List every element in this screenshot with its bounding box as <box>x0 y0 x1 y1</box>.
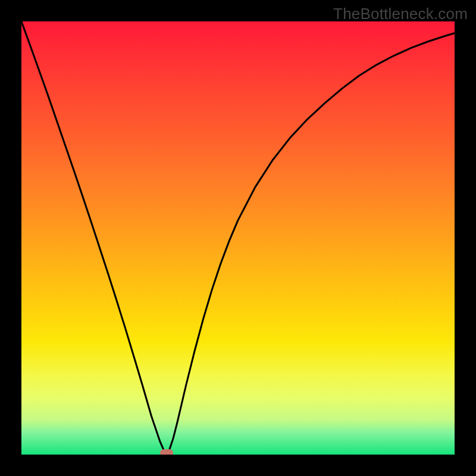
watermark-text: TheBottleneck.com <box>333 5 468 23</box>
plot-area <box>21 21 455 455</box>
optimal-point-marker <box>160 449 173 455</box>
chart-frame: TheBottleneck.com <box>0 0 476 476</box>
bottleneck-curve <box>21 21 455 455</box>
